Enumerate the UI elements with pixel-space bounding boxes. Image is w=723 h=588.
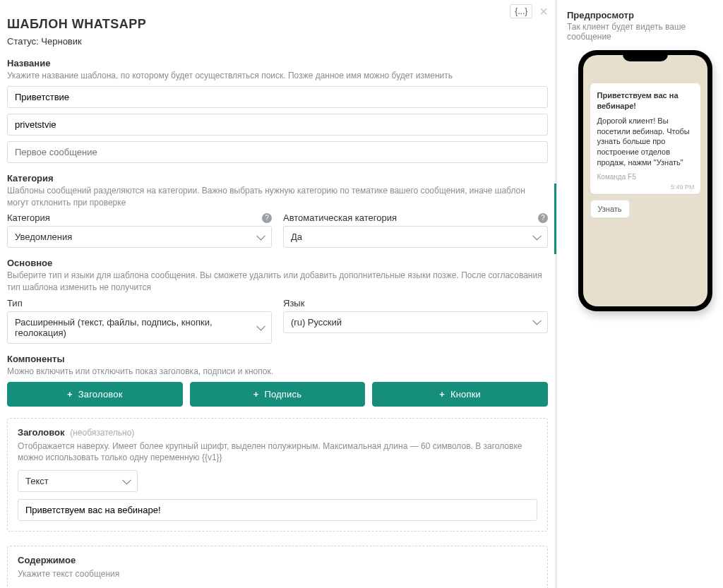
plus-icon: + <box>253 389 259 400</box>
plus-icon: + <box>67 389 73 400</box>
lang-select[interactable]: (ru) Русский <box>283 311 548 333</box>
editor-panel: {...} × ШАБЛОН WHATSAPP Статус: Черновик… <box>0 0 555 588</box>
json-button[interactable]: {...} <box>510 4 532 18</box>
content-block: Содержимое Укажите текст сообщения B I a… <box>7 546 548 588</box>
components-title: Компоненты <box>7 354 548 364</box>
bubble-body: Дорогой клиент! Вы посетили вебинар. Что… <box>597 116 693 168</box>
name-title: Название <box>7 58 548 68</box>
preview-hint: Так клиент будет видеть ваше сообщение <box>567 22 723 42</box>
type-label: Тип <box>7 298 23 308</box>
header-type-value: Текст <box>25 476 49 486</box>
category-label: Категория <box>7 212 50 223</box>
content-block-hint: Укажите текст сообщения <box>18 568 537 580</box>
status-value: Черновик <box>41 36 81 47</box>
phone-mockup: Приветствуем вас на вебинаре! Дорогой кл… <box>578 50 712 311</box>
add-signature-button[interactable]: + Подпись <box>190 382 366 407</box>
preview-title: Предпросмотр <box>567 10 723 20</box>
phone-screen: Приветствуем вас на вебинаре! Дорогой кл… <box>583 55 707 306</box>
bubble-button: Узнать <box>590 200 630 218</box>
components-row: + Заголовок + Подпись + Кнопки <box>7 382 548 407</box>
message-bubble: Приветствуем вас на вебинаре! Дорогой кл… <box>590 83 700 194</box>
bubble-title: Приветствуем вас на вебинаре! <box>597 90 693 112</box>
add-buttons-label: Кнопки <box>450 389 481 400</box>
help-icon[interactable]: ? <box>538 213 548 223</box>
lang-value: (ru) Русский <box>291 317 342 328</box>
top-tools: {...} × <box>510 4 548 18</box>
category-value: Уведомления <box>15 232 72 242</box>
header-block-optional: (необязательно) <box>70 428 134 438</box>
autocat-label: Автоматическая категория <box>283 212 397 223</box>
bubble-signature: Команда F5 <box>597 172 693 182</box>
add-header-button[interactable]: + Заголовок <box>7 382 183 407</box>
add-buttons-button[interactable]: + Кнопки <box>372 382 548 407</box>
content-block-title: Содержимое <box>18 555 537 565</box>
header-text-input[interactable] <box>18 499 537 521</box>
type-value: Расширенный (текст, файлы, подпись, кноп… <box>15 317 213 338</box>
header-block-hint: Отображается наверху. Имеет более крупны… <box>18 440 537 463</box>
header-type-select[interactable]: Текст <box>18 470 138 492</box>
plus-icon: + <box>439 389 445 400</box>
autocat-select[interactable]: Да <box>283 226 548 248</box>
template-slug-input[interactable] <box>7 114 548 136</box>
add-signature-label: Подпись <box>264 389 301 400</box>
components-hint: Можно включить или отключить показ загол… <box>7 366 548 378</box>
autocat-value: Да <box>291 232 302 242</box>
header-block-title: Заголовок <box>18 427 65 438</box>
lang-label: Язык <box>283 298 304 308</box>
preview-panel: Предпросмотр Так клиент будет видеть ваш… <box>556 0 723 588</box>
first-message-input[interactable] <box>7 141 548 163</box>
status-prefix: Статус: <box>7 36 41 47</box>
type-select[interactable]: Расширенный (текст, файлы, подпись, кноп… <box>7 311 272 344</box>
category-title: Категория <box>7 173 548 184</box>
template-name-input[interactable] <box>7 86 548 108</box>
basic-hint: Выберите тип и языки для шаблона сообщен… <box>7 270 548 294</box>
draft-status: Статус: Черновик <box>7 36 548 47</box>
category-select[interactable]: Уведомления <box>7 226 272 248</box>
header-block: Заголовок (необязательно) Отображается н… <box>7 418 548 532</box>
bubble-time: 5:49 PM <box>671 183 695 191</box>
basic-title: Основное <box>7 258 548 268</box>
category-hint: Шаблоны сообщений разделяются на категор… <box>7 185 548 209</box>
help-icon[interactable]: ? <box>262 213 272 223</box>
close-icon[interactable]: × <box>539 4 548 18</box>
name-hint: Укажите название шаблона, по которому бу… <box>7 70 548 82</box>
add-header-label: Заголовок <box>78 389 123 400</box>
page-title: ШАБЛОН WHATSAPP <box>7 17 548 32</box>
